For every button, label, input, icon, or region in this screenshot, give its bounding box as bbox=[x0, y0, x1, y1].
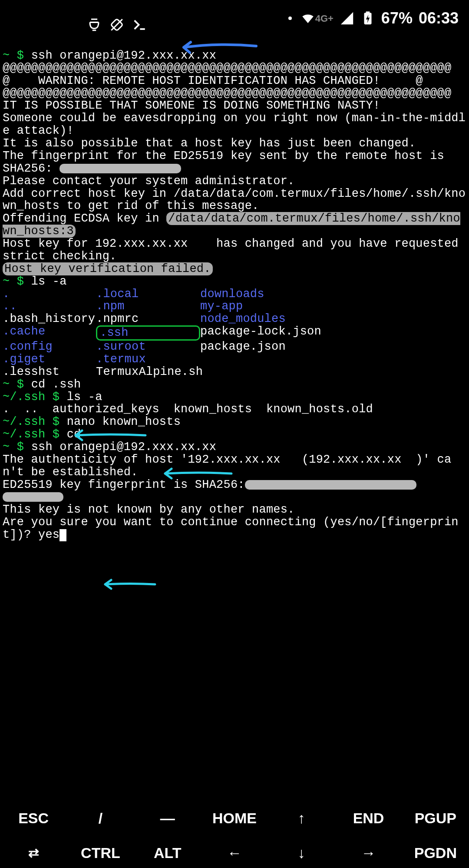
cmd-ls-2: ls -a bbox=[67, 391, 102, 404]
eavesdrop-warning: Someone could be eavesdropping on you ri… bbox=[3, 112, 466, 137]
ls-entry: .local bbox=[96, 288, 200, 301]
ls-output: ..localdownloads...npmmy-app.bash_histor… bbox=[3, 288, 466, 378]
rotation-lock-icon bbox=[109, 17, 124, 32]
status-bar: 4G+ 67% 06:33 bbox=[0, 0, 469, 37]
key-pgdn[interactable]: PGDN bbox=[402, 845, 469, 861]
ls-entry bbox=[200, 366, 466, 378]
at-border-1: @@@@@@@@@@@@@@@@@@@@@@@@@@@@@@@@@@@@@@@@… bbox=[3, 62, 451, 75]
key-esc[interactable]: ESC bbox=[0, 810, 67, 826]
notification-dot-icon bbox=[288, 17, 292, 20]
ls-entry: .cache bbox=[3, 325, 96, 341]
prompt-ssh: ~/.ssh $ bbox=[3, 428, 67, 441]
prompt: ~ $ bbox=[3, 378, 31, 391]
key-alt[interactable]: ALT bbox=[134, 845, 201, 861]
key-ctrl[interactable]: CTRL bbox=[67, 845, 134, 861]
cmd-ssh-2: ssh orangepi@192.xxx.xx.xx bbox=[31, 441, 216, 454]
ls-entry: . bbox=[3, 288, 96, 301]
hostkey-changed-strict: Host key for 192.xxx.xx.xx has changed a… bbox=[3, 237, 466, 263]
redacted-fingerprint-2b bbox=[3, 492, 63, 502]
key-keyboard-toggle[interactable]: ⇄ bbox=[0, 846, 67, 860]
redacted-fingerprint-1 bbox=[59, 164, 181, 173]
svg-line-1 bbox=[111, 19, 122, 30]
ls-entry: package-lock.json bbox=[200, 325, 466, 341]
nasty-warning: IT IS POSSIBLE THAT SOMEONE IS DOING SOM… bbox=[3, 99, 380, 112]
ls-entry: .bash_history bbox=[3, 313, 96, 325]
sha-label: SHA256: bbox=[3, 162, 53, 175]
status-left-icons bbox=[87, 17, 147, 32]
warning-line: @ WARNING: REMOTE HOST IDENTIFICATION HA… bbox=[3, 74, 423, 87]
ls-entry: .suroot bbox=[96, 341, 200, 353]
key-slash[interactable]: / bbox=[67, 810, 134, 826]
cmd-cd-home: cd bbox=[67, 428, 81, 441]
extra-keys-row-2: ⇄ CTRL ALT ← ↓ → PGDN bbox=[0, 845, 469, 861]
network-type: 4G+ bbox=[315, 13, 334, 24]
cmd-ls-1: ls -a bbox=[31, 275, 67, 288]
key-dash[interactable]: — bbox=[134, 810, 201, 826]
ls-entry: .npmrc bbox=[96, 313, 200, 325]
key-pgup[interactable]: PGUP bbox=[402, 810, 469, 826]
battery-icon bbox=[360, 11, 375, 26]
auth-line-1: The authenticity of host '192.xxx.xx.xx … bbox=[3, 453, 451, 479]
ls-entry: .. bbox=[3, 300, 96, 313]
contact-admin: Please contact your system administrator… bbox=[3, 175, 295, 188]
ls-entry: .npm bbox=[96, 300, 200, 313]
extra-keys-row-1: ESC / — HOME ↑ END PGUP bbox=[0, 810, 469, 826]
ls-entry: .giget bbox=[3, 353, 96, 366]
prompt: ~ $ bbox=[3, 275, 31, 288]
key-up[interactable]: ↑ bbox=[268, 810, 335, 826]
key-home[interactable]: HOME bbox=[201, 810, 268, 826]
notification-icon bbox=[87, 17, 102, 32]
cursor bbox=[59, 529, 66, 541]
key-right[interactable]: → bbox=[335, 845, 402, 861]
ls-entry: TermuxAlpine.sh bbox=[96, 366, 200, 378]
key-left[interactable]: ← bbox=[201, 845, 268, 861]
status-right: 4G+ 67% 06:33 bbox=[288, 10, 459, 27]
redacted-fingerprint-2a bbox=[245, 480, 416, 490]
cmd-ssh-1: ssh orangepi@192.xxx.xx.xx bbox=[31, 49, 216, 62]
annotation-arrow-4 bbox=[101, 579, 157, 591]
prompt-ssh: ~/.ssh $ bbox=[3, 391, 67, 404]
signal-icon bbox=[340, 11, 354, 26]
battery-percent: 67% bbox=[381, 10, 413, 27]
auth-unknown-key: This key is not known by any other names… bbox=[3, 503, 295, 516]
svg-rect-4 bbox=[366, 12, 370, 13]
terminal-output[interactable]: ~ $ ssh orangepi@192.xxx.xx.xx @@@@@@@@@… bbox=[0, 37, 469, 541]
hostkey-changed: It is also possible that a host key has … bbox=[3, 137, 416, 150]
key-end[interactable]: END bbox=[335, 810, 402, 826]
cmd-cd-ssh: cd .ssh bbox=[31, 378, 81, 391]
ls-entry bbox=[200, 353, 466, 366]
ls-entry: my-app bbox=[200, 300, 466, 313]
ls-ssh-output: . .. authorized_keys known_hosts known_h… bbox=[3, 403, 373, 416]
terminal-icon bbox=[132, 17, 147, 32]
prompt: ~ $ bbox=[3, 441, 31, 454]
add-hostkey-hint: Add correct host key in /data/data/com.t… bbox=[3, 187, 466, 213]
ls-entry: node_modules bbox=[200, 313, 466, 325]
ls-entry: .lesshst bbox=[3, 366, 96, 378]
cmd-nano: nano known_hosts bbox=[67, 415, 181, 428]
auth-continue-prompt: Are you sure you want to continue connec… bbox=[3, 516, 459, 541]
at-border-2: @@@@@@@@@@@@@@@@@@@@@@@@@@@@@@@@@@@@@@@@… bbox=[3, 87, 451, 100]
prompt: ~ $ bbox=[3, 49, 31, 62]
verification-failed: Host key verification failed. bbox=[3, 262, 213, 275]
clock: 06:33 bbox=[419, 10, 459, 27]
prompt-ssh: ~/.ssh $ bbox=[3, 415, 67, 428]
ls-entry: downloads bbox=[200, 288, 466, 301]
key-down[interactable]: ↓ bbox=[268, 845, 335, 861]
ls-entry: .config bbox=[3, 341, 96, 353]
offending-prefix: Offending ECDSA key in bbox=[3, 212, 166, 225]
answer-yes: yes bbox=[38, 528, 59, 541]
wifi-icon bbox=[301, 11, 315, 26]
ls-entry: .termux bbox=[96, 353, 200, 366]
auth-fingerprint-label: ED25519 key fingerprint is SHA256: bbox=[3, 478, 245, 491]
fingerprint-info: The fingerprint for the ED25519 key sent… bbox=[3, 149, 444, 162]
ls-entry: package.json bbox=[200, 341, 466, 353]
ls-entry-ssh-highlighted: .ssh bbox=[96, 325, 200, 341]
